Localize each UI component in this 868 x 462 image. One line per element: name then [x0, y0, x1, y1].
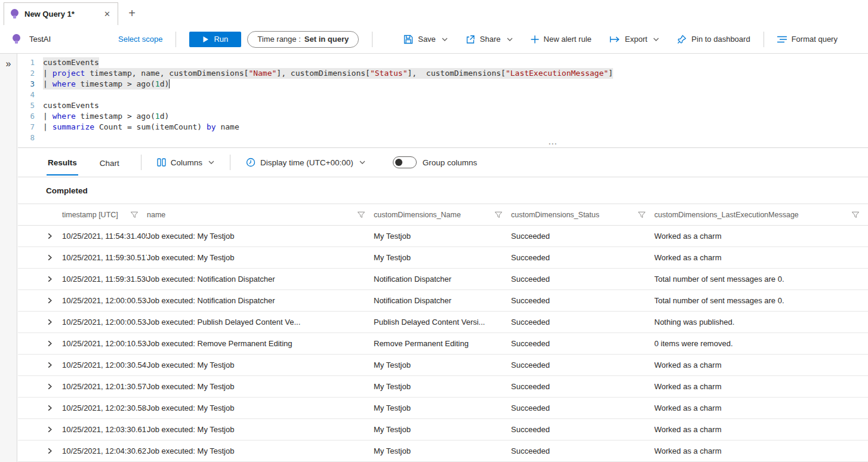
export-icon: [610, 36, 620, 43]
column-header[interactable]: name: [147, 204, 374, 225]
expand-row-button[interactable]: [37, 333, 62, 354]
results-table-header: timestamp [UTC]namecustomDimensions_Name…: [18, 204, 868, 226]
filter-funnel-icon[interactable]: [494, 211, 503, 219]
pin-icon: [677, 35, 687, 44]
code-line[interactable]: 1customEvents: [18, 57, 868, 68]
column-header[interactable]: customDimensions_Status: [511, 204, 654, 225]
table-row[interactable]: 10/25/2021, 12:00:00.534 ...Job executed…: [18, 312, 868, 333]
line-text[interactable]: | where timestamp > ago(1d): [43, 111, 169, 122]
export-button[interactable]: Export: [610, 35, 660, 44]
expand-row-button[interactable]: [37, 355, 62, 375]
format-icon: [777, 36, 787, 43]
expand-row-button[interactable]: [37, 376, 62, 397]
line-text[interactable]: | project timestamp, name, customDimensi…: [43, 68, 613, 79]
expand-row-button[interactable]: [37, 419, 62, 440]
run-button[interactable]: Run: [189, 32, 241, 47]
clock-icon: [246, 158, 256, 167]
columns-button[interactable]: Columns: [157, 158, 214, 167]
tab-results[interactable]: Results: [47, 150, 78, 175]
expand-pane-icon[interactable]: »: [0, 58, 17, 69]
tab-chart[interactable]: Chart: [99, 150, 121, 175]
expand-row-button[interactable]: [37, 441, 62, 461]
code-line[interactable]: 6| where timestamp > ago(1d): [18, 111, 868, 122]
display-time-button[interactable]: Display time (UTC+00:00): [246, 158, 365, 167]
table-row[interactable]: 10/25/2021, 12:00:10.530 P...Job execute…: [18, 333, 868, 355]
expand-row-button[interactable]: [37, 226, 62, 247]
new-alert-rule-button[interactable]: New alert rule: [531, 35, 592, 44]
chevron-right-icon: [47, 383, 53, 390]
scope-bulb-icon: [12, 34, 21, 44]
code-line[interactable]: 8: [18, 133, 868, 143]
chevron-right-icon: [47, 426, 53, 433]
table-row[interactable]: 10/25/2021, 12:03:30.617 P...Job execute…: [18, 419, 868, 441]
line-text[interactable]: | where timestamp > ago(1d): [43, 79, 170, 90]
query-tab-bar: New Query 1* ✕ +: [0, 0, 868, 25]
tab-close-icon[interactable]: ✕: [103, 10, 112, 19]
table-row[interactable]: 10/25/2021, 12:04:30.627 ...Job executed…: [18, 441, 868, 462]
toolbar-divider: [764, 32, 764, 47]
table-row[interactable]: 10/25/2021, 12:00:00.530 ...Job executed…: [18, 290, 868, 312]
column-header[interactable]: timestamp [UTC]: [62, 204, 147, 225]
table-cell: Succeeded: [511, 425, 654, 434]
code-line[interactable]: 4: [18, 90, 868, 100]
expand-row-button[interactable]: [37, 247, 62, 268]
query-editor[interactable]: 1customEvents2| project timestamp, name,…: [18, 54, 868, 147]
format-query-button[interactable]: Format query: [777, 35, 838, 44]
table-row[interactable]: 10/25/2021, 12:02:30.588 ...Job executed…: [18, 398, 868, 419]
table-row[interactable]: 10/25/2021, 11:59:30.517 A...Job execute…: [18, 247, 868, 269]
table-cell: Total number of sent messages are 0.: [654, 296, 868, 305]
expand-row-button[interactable]: [37, 290, 62, 311]
share-icon: [466, 35, 475, 44]
code-line[interactable]: 2| project timestamp, name, customDimens…: [18, 68, 868, 79]
table-cell: 10/25/2021, 12:00:00.530 ...: [62, 296, 147, 305]
filter-funnel-icon[interactable]: [638, 211, 646, 219]
column-header[interactable]: customDimensions_LastExecutionMessage: [654, 204, 868, 225]
table-row[interactable]: 10/25/2021, 11:54:31.405 A...Job execute…: [18, 226, 868, 247]
select-scope-link[interactable]: Select scope: [118, 35, 162, 44]
table-row[interactable]: 10/25/2021, 12:01:30.570 P...Job execute…: [18, 376, 868, 398]
line-text[interactable]: | summarize Count = sum(itemCount) by na…: [43, 122, 239, 133]
time-range-label: Time range :: [257, 35, 301, 44]
code-line[interactable]: 3| where timestamp > ago(1d): [18, 79, 868, 90]
results-toolbar: Results Chart Columns Display time (UTC+…: [18, 148, 868, 177]
pin-label: Pin to dashboard: [691, 35, 750, 44]
time-range-picker[interactable]: Time range : Set in query: [247, 31, 359, 48]
column-header[interactable]: customDimensions_Name: [374, 204, 511, 225]
chevron-right-icon: [47, 362, 53, 368]
columns-label: Columns: [171, 158, 202, 167]
table-cell: Worked as a charm: [654, 361, 868, 369]
tab-new-query[interactable]: New Query 1* ✕: [4, 2, 118, 25]
new-tab-button[interactable]: +: [124, 6, 140, 21]
table-row[interactable]: 10/25/2021, 11:59:31.530 A...Job execute…: [18, 269, 868, 290]
chevron-right-icon: [47, 448, 53, 454]
table-cell: Job executed: My Testjob: [147, 404, 374, 412]
table-cell: Succeeded: [511, 232, 654, 241]
results-divider: [141, 155, 141, 170]
toolbar-divider: [176, 32, 176, 47]
table-cell: 10/25/2021, 12:03:30.617 P...: [62, 425, 147, 434]
filter-funnel-icon[interactable]: [851, 211, 860, 219]
table-cell: My Testjob: [374, 232, 511, 241]
table-cell: 10/25/2021, 11:54:31.405 A...: [62, 232, 147, 241]
line-text[interactable]: customEvents: [43, 100, 99, 111]
share-button[interactable]: Share: [466, 35, 513, 44]
filter-funnel-icon[interactable]: [357, 211, 365, 219]
code-line[interactable]: 5customEvents: [18, 100, 868, 111]
pin-to-dashboard-button[interactable]: Pin to dashboard: [677, 35, 750, 44]
schema-pane-collapsed: »: [0, 54, 17, 462]
line-number: 2: [18, 68, 35, 79]
expand-row-button[interactable]: [37, 312, 62, 332]
table-cell: My Testjob: [374, 404, 511, 412]
save-button[interactable]: Save: [404, 35, 448, 44]
line-number: 4: [18, 90, 35, 100]
group-columns-toggle[interactable]: [393, 156, 417, 168]
column-header-label: name: [147, 211, 165, 219]
expand-row-button[interactable]: [37, 398, 62, 418]
line-number: 7: [18, 122, 35, 133]
line-text[interactable]: customEvents: [43, 57, 99, 68]
filter-funnel-icon[interactable]: [130, 211, 138, 219]
export-label: Export: [625, 35, 648, 44]
table-row[interactable]: 10/25/2021, 12:00:30.545 ...Job executed…: [18, 355, 868, 376]
code-line[interactable]: 7| summarize Count = sum(itemCount) by n…: [18, 122, 868, 133]
expand-row-button[interactable]: [37, 269, 62, 289]
